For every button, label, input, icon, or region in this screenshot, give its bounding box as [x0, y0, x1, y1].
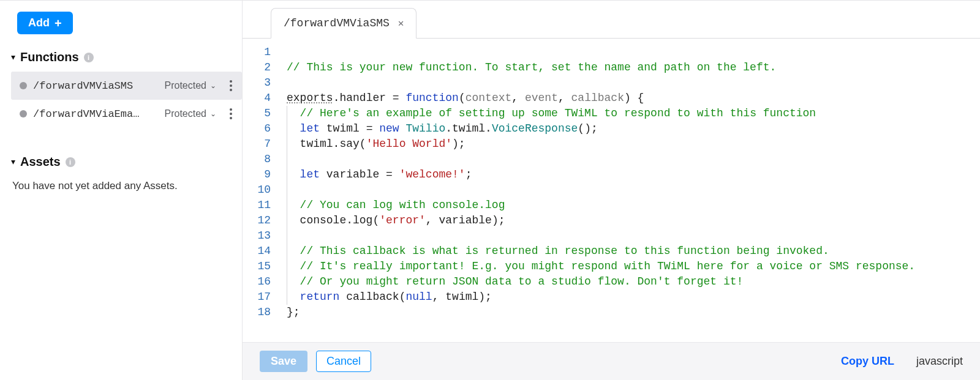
code-line[interactable]	[278, 152, 980, 167]
code-line[interactable]: // It's really important! E.g. you might…	[278, 259, 980, 274]
indent-guide	[287, 244, 287, 259]
code-line[interactable]	[278, 182, 980, 198]
code-line[interactable]	[278, 228, 980, 244]
indent-guide	[287, 289, 287, 305]
code-line[interactable]	[278, 75, 980, 91]
code-line[interactable]: exports.handler = function(context, even…	[278, 91, 980, 106]
assets-empty-text: You have not yet added any Assets.	[11, 176, 242, 192]
indent-guide	[287, 106, 287, 121]
code-line[interactable]: };	[278, 305, 980, 320]
code-line[interactable]: return callback(null, twiml);	[278, 289, 980, 305]
indent-guide	[287, 198, 287, 213]
code-line[interactable]: twiml.say('Hello World');	[278, 136, 980, 152]
code-line[interactable]: console.log('error', variable);	[278, 213, 980, 228]
functions-list: /forwardVMViaSMSProtected⌄/forwardVMViaE…	[11, 72, 242, 128]
code-line[interactable]: // This is your new function. To start, …	[278, 60, 980, 75]
editor-area: /forwardVMViaSMS ✕ 123456789101112131415…	[242, 1, 980, 380]
info-icon[interactable]: i	[66, 157, 75, 167]
tab-active[interactable]: /forwardVMViaSMS ✕	[271, 8, 417, 39]
line-number: 4	[243, 91, 271, 106]
save-button[interactable]: Save	[260, 351, 307, 372]
indent-guide	[287, 259, 287, 274]
status-dot-icon	[20, 110, 27, 117]
function-name: /forwardVMViaSMS	[33, 80, 133, 92]
line-number: 14	[243, 244, 271, 259]
plus-icon: +	[55, 17, 62, 29]
function-name: /forwardVMViaEma…	[33, 108, 139, 120]
close-icon[interactable]: ✕	[398, 17, 404, 29]
language-selector[interactable]: javascript	[916, 355, 963, 368]
line-number: 10	[243, 182, 271, 198]
info-icon[interactable]: i	[84, 53, 94, 62]
add-button-label: Add	[28, 17, 50, 29]
chevron-down-icon: ▾	[11, 157, 15, 166]
line-number: 7	[243, 136, 271, 152]
line-number: 15	[243, 259, 271, 274]
line-number: 8	[243, 152, 271, 167]
cancel-button[interactable]: Cancel	[316, 351, 371, 372]
assets-section-title: Assets	[20, 155, 61, 169]
functions-section-header[interactable]: ▾ Functions i	[11, 48, 242, 72]
kebab-menu-icon[interactable]	[226, 78, 236, 94]
sidebar: Add + ▾ Functions i /forwardVMViaSMSProt…	[0, 1, 242, 380]
code-line[interactable]: let twiml = new Twilio.twiml.VoiceRespon…	[278, 121, 980, 136]
indent-guide	[287, 121, 287, 136]
add-button[interactable]: Add +	[17, 12, 73, 34]
line-number: 1	[243, 45, 271, 60]
line-number: 13	[243, 228, 271, 244]
line-number: 12	[243, 213, 271, 228]
chevron-down-icon: ▾	[11, 52, 15, 62]
line-number: 9	[243, 167, 271, 182]
indent-guide	[287, 274, 287, 289]
functions-section-title: Functions	[20, 50, 79, 64]
code-line[interactable]: let variable = 'welcome!';	[278, 167, 980, 182]
visibility-label: Protected	[165, 108, 206, 119]
assets-section-header[interactable]: ▾ Assets i	[11, 152, 242, 176]
code-body[interactable]: // This is your new function. To start, …	[278, 45, 980, 342]
function-item[interactable]: /forwardVMViaEma…Protected⌄	[11, 100, 242, 128]
line-number: 18	[243, 305, 271, 320]
line-number: 11	[243, 198, 271, 213]
code-line[interactable]: // Or you might return JSON data to a st…	[278, 274, 980, 289]
visibility-selector[interactable]: Protected⌄	[165, 80, 216, 91]
line-number: 2	[243, 60, 271, 75]
code-editor[interactable]: 123456789101112131415161718 // This is y…	[243, 39, 980, 342]
indent-guide	[287, 152, 287, 167]
indent-guide	[287, 136, 287, 152]
editor-footer: Save Cancel Copy URL javascript	[243, 342, 980, 380]
line-number: 6	[243, 121, 271, 136]
function-item[interactable]: /forwardVMViaSMSProtected⌄	[11, 72, 242, 100]
line-number: 5	[243, 106, 271, 121]
status-dot-icon	[20, 82, 27, 89]
visibility-selector[interactable]: Protected⌄	[165, 108, 216, 119]
chevron-down-icon: ⌄	[210, 81, 216, 90]
visibility-label: Protected	[165, 80, 206, 91]
code-line[interactable]: // Here's an example of setting up some …	[278, 106, 980, 121]
tab-title: /forwardVMViaSMS	[284, 17, 390, 29]
code-line[interactable]: // You can log with console.log	[278, 198, 980, 213]
chevron-down-icon: ⌄	[210, 110, 216, 118]
code-line[interactable]	[278, 45, 980, 60]
line-gutter: 123456789101112131415161718	[243, 45, 278, 342]
tabbar: /forwardVMViaSMS ✕	[243, 1, 980, 39]
indent-guide	[287, 167, 287, 182]
indent-guide	[287, 213, 287, 228]
line-number: 16	[243, 274, 271, 289]
line-number: 17	[243, 289, 271, 305]
line-number: 3	[243, 75, 271, 91]
kebab-menu-icon[interactable]	[226, 106, 236, 122]
indent-guide	[287, 182, 287, 198]
copy-url-link[interactable]: Copy URL	[841, 355, 894, 368]
indent-guide	[287, 228, 287, 244]
code-line[interactable]: // This callback is what is returned in …	[278, 244, 980, 259]
